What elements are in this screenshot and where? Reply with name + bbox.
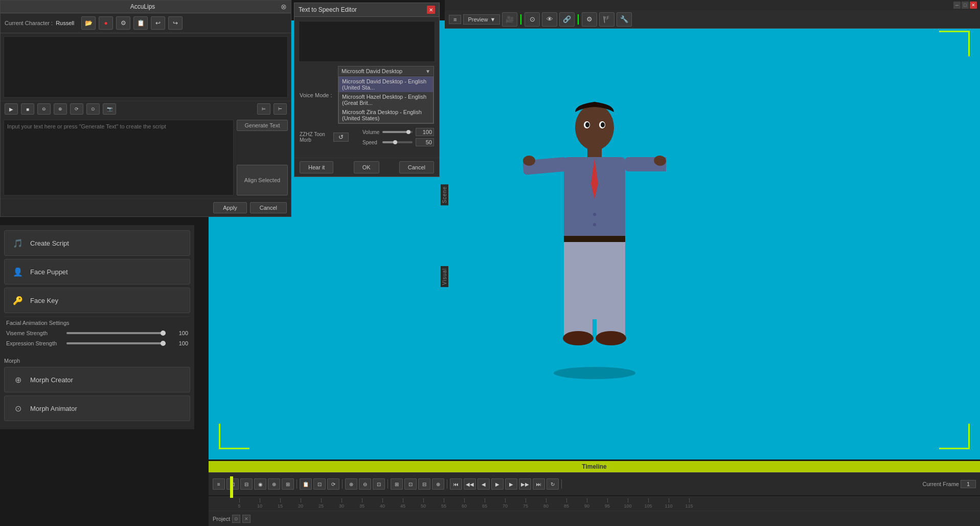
tl-btn-4[interactable]: ◉ — [254, 478, 266, 490]
tl-btn-7[interactable]: 📋 — [300, 478, 312, 490]
project-icon-2[interactable]: ✕ — [242, 515, 250, 523]
script-controls: Generate Text Align Selected — [237, 120, 288, 195]
settings-button[interactable]: ⚙ — [116, 16, 130, 30]
record-button[interactable]: ● — [99, 16, 113, 30]
viseme-slider[interactable] — [66, 332, 166, 334]
svg-point-16 — [585, 122, 589, 127]
prev-frame-button[interactable]: ⏮ — [450, 478, 462, 490]
face-puppet-button[interactable]: 👤 Face Puppet — [4, 259, 190, 284]
load-button[interactable]: 📂 — [81, 16, 96, 30]
align-btn-small[interactable]: ⊨ — [257, 103, 270, 115]
play-tl-button[interactable]: ▶ — [491, 478, 504, 490]
viewport-btn-2[interactable]: 👁 — [542, 12, 557, 27]
voice-option-1[interactable]: Microsoft David Desktop - English (Unite… — [339, 77, 433, 92]
redo-button[interactable]: ↪ — [168, 16, 183, 30]
zoom-out-button[interactable]: ⊖ — [37, 103, 51, 115]
undo-button[interactable]: ↩ — [151, 16, 165, 30]
volume-input[interactable]: 100 — [416, 128, 434, 136]
viewport-btn-1[interactable]: ⊙ — [525, 12, 540, 27]
align-selected-button[interactable]: Align Selected — [237, 165, 288, 195]
acculips-titlebar: AccuLips ⊗ — [1, 1, 291, 13]
visual-label: Visual — [441, 266, 448, 287]
viewport-btn-3[interactable]: 🔗 — [559, 12, 575, 27]
tl-btn-3[interactable]: ⊟ — [240, 478, 253, 490]
tts-cancel-button[interactable]: Cancel — [399, 161, 434, 173]
minimize-button[interactable]: ─ — [953, 2, 961, 9]
stop-button[interactable]: ■ — [21, 103, 34, 115]
voice-option-3[interactable]: Microsoft Zira Desktop - English (United… — [339, 107, 433, 123]
tl-btn-1[interactable]: ≡ — [213, 478, 225, 490]
preview-arrow-icon: ▼ — [490, 16, 496, 23]
play-forward-button[interactable]: ▶▶ — [519, 478, 531, 490]
voice-mode-label: Voice Mode : — [300, 92, 333, 98]
tl-btn-8[interactable]: ⊡ — [313, 478, 326, 490]
current-frame-input[interactable] — [961, 480, 976, 488]
timeline-controls: ≡ ⊡ ⊟ ◉ ⊕ ⊞ 📋 ⊡ ⟳ ⊕ ⊖ ⊡ ⊞ ⊡ ⊟ ⊕ ⏮ ◀◀ ◀ ▶… — [209, 472, 980, 495]
tl-btn-14[interactable]: ⊡ — [404, 478, 417, 490]
viewport-btn-5[interactable]: 🏴 — [599, 12, 614, 27]
cancel-button[interactable]: Cancel — [250, 202, 287, 213]
voice-option-2[interactable]: Microsoft Hazel Desktop - English (Great… — [339, 92, 433, 107]
expression-slider-row: Expression Strength 100 — [6, 340, 188, 346]
next-frame-button[interactable]: ⏭ — [533, 478, 545, 490]
tl-btn-15[interactable]: ⊟ — [418, 478, 430, 490]
morph-creator-button[interactable]: ⊕ Morph Creator — [4, 367, 190, 392]
camera-button[interactable]: 🎥 — [502, 12, 517, 27]
loop-tl-button[interactable]: ↻ — [546, 478, 559, 490]
svg-point-12 — [563, 331, 594, 345]
timeline-ruler: 5 10 15 20 25 30 35 40 45 50 55 60 65 70… — [209, 496, 980, 511]
expression-slider[interactable] — [66, 342, 166, 344]
ruler-mark-110: 110 — [658, 498, 679, 509]
tl-btn-9[interactable]: ⟳ — [327, 478, 339, 490]
snap-button[interactable]: ⊙ — [86, 103, 100, 115]
loop-button[interactable]: ⟳ — [70, 103, 83, 115]
face-key-icon: 🔑 — [11, 293, 25, 308]
tl-btn-6[interactable]: ⊞ — [282, 478, 294, 490]
ruler-mark-10: 10 — [249, 498, 270, 509]
prev-keyframe-button[interactable]: ◀ — [477, 478, 490, 490]
tl-btn-11[interactable]: ⊖ — [359, 478, 371, 490]
speed-slider[interactable] — [382, 141, 413, 143]
create-script-button[interactable]: 🎵 Create Script — [4, 230, 190, 256]
ok-button[interactable]: OK — [354, 161, 379, 173]
svg-point-18 — [593, 213, 596, 216]
viewport-btn-4[interactable]: ⚙ — [582, 12, 597, 27]
restore-button[interactable]: □ — [962, 2, 969, 9]
tl-divider-1 — [297, 479, 297, 489]
viewport-menu-button[interactable]: ≡ — [449, 15, 461, 24]
speed-input[interactable]: 50 — [416, 138, 434, 146]
acculips-close-icon[interactable]: ⊗ — [281, 3, 287, 11]
svg-point-20 — [554, 367, 635, 379]
viewport-btn-6[interactable]: 🔧 — [617, 12, 632, 27]
morph-animator-button[interactable]: ⊙ Morph Animator — [4, 396, 190, 421]
volume-slider[interactable] — [382, 131, 413, 133]
face-key-button[interactable]: 🔑 Face Key — [4, 288, 190, 313]
screenshot-button[interactable]: 📷 — [103, 103, 116, 115]
tts-refresh-button[interactable]: ↺ — [333, 133, 349, 142]
project-icon-1[interactable]: ⊙ — [232, 515, 240, 523]
zoom-in-button[interactable]: ⊕ — [54, 103, 67, 115]
apply-button[interactable]: Apply — [213, 202, 247, 213]
play-button[interactable]: ▶ — [5, 103, 18, 115]
project-area: Project ⊙ ✕ — [213, 515, 250, 523]
clipboard-button[interactable]: 📋 — [133, 16, 148, 30]
tl-btn-13[interactable]: ⊞ — [391, 478, 403, 490]
split-btn[interactable]: ⊢ — [274, 103, 287, 115]
close-window-button[interactable]: ✕ — [970, 2, 977, 9]
tl-btn-10[interactable]: ⊕ — [345, 478, 357, 490]
volume-label: Volume — [362, 129, 379, 135]
next-keyframe-button[interactable]: ▶ — [505, 478, 517, 490]
ruler-mark-100: 100 — [618, 498, 638, 509]
hear-it-button[interactable]: Hear it — [300, 161, 333, 173]
tl-btn-12[interactable]: ⊡ — [373, 478, 385, 490]
generate-text-button[interactable]: Generate Text — [237, 120, 288, 131]
timeline-cursor[interactable] — [230, 476, 233, 498]
tl-btn-5[interactable]: ⊕ — [268, 478, 280, 490]
preview-dropdown[interactable]: Preview ▼ — [463, 14, 500, 25]
tts-close-button[interactable]: ✕ — [427, 6, 435, 14]
tl-btn-16[interactable]: ⊕ — [432, 478, 444, 490]
script-textarea[interactable] — [4, 120, 234, 195]
voice-dropdown[interactable]: Microsoft David Desktop ▼ Microsoft Davi… — [338, 66, 434, 124]
window-titlebar: ─ □ ✕ — [445, 0, 980, 10]
play-reverse-button[interactable]: ◀◀ — [464, 478, 476, 490]
